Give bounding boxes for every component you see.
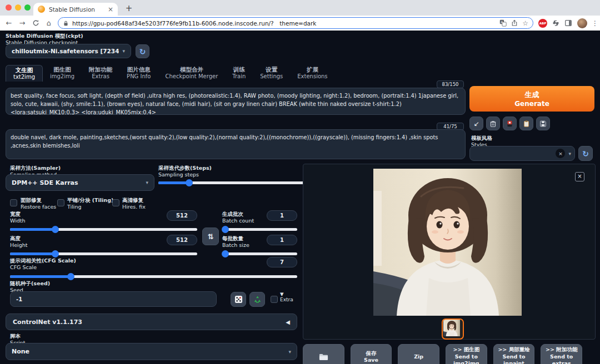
cfg-scale-value[interactable]: 7: [267, 257, 297, 267]
translate-icon[interactable]: A: [499, 19, 507, 27]
extra-networks-button[interactable]: [503, 117, 517, 130]
save-style-button[interactable]: [536, 117, 550, 130]
send-to-extras-button[interactable]: >> 附加功能Send to extras: [541, 344, 582, 364]
tab-settings[interactable]: 设置Settings: [253, 65, 290, 82]
close-preview-button[interactable]: ×: [575, 172, 584, 181]
clear-prompt-button[interactable]: [486, 117, 500, 130]
slider-handle[interactable]: [222, 250, 229, 257]
back-icon[interactable]: ←: [2, 19, 16, 27]
card-icon: [506, 120, 513, 128]
save-button[interactable]: 保存Save: [351, 344, 392, 364]
reuse-seed-button[interactable]: [249, 292, 265, 307]
seed-extra-checkbox[interactable]: [271, 296, 278, 303]
tab-img2img[interactable]: 图生图img2img: [43, 65, 82, 82]
browser-toolbar: ← → ⌂ https://gpu-pod648af34e5203f776fe9…: [0, 16, 600, 31]
restore-faces-checkbox[interactable]: [10, 199, 17, 206]
gallery-thumbnail[interactable]: [442, 318, 464, 340]
macos-fullscreen-button[interactable]: [24, 4, 31, 11]
slider-handle[interactable]: [186, 179, 193, 186]
tab-train[interactable]: 训练Train: [225, 65, 253, 82]
batch-count-slider[interactable]: [222, 226, 297, 233]
prompt-textarea[interactable]: best quality, face focus, soft light, (d…: [6, 88, 466, 115]
refresh-icon: ↻: [139, 48, 146, 55]
slider-handle[interactable]: [67, 273, 74, 280]
hires-fix-checkbox[interactable]: [112, 199, 119, 206]
tab-strip: Stable Diffusion × +: [0, 0, 600, 16]
seed-input[interactable]: [10, 291, 217, 307]
gradio-favicon: [38, 6, 45, 13]
tab-close-icon[interactable]: ×: [108, 6, 113, 13]
checkpoint-refresh-button[interactable]: ↻: [136, 44, 149, 58]
browser-menu-icon[interactable]: ⋮: [592, 19, 598, 27]
tiling-checkbox[interactable]: [57, 199, 64, 206]
tab-png-info[interactable]: 图片信息PNG Info: [119, 65, 158, 82]
extensions-puzzle-icon[interactable]: [552, 19, 559, 27]
bookmark-star-icon[interactable]: ☆: [522, 19, 528, 27]
output-actions: 保存Save Zip >> 图生图Send to img2img >> 局部重绘…: [303, 344, 582, 364]
random-seed-button[interactable]: [231, 292, 246, 307]
address-bar[interactable]: https://gpu-pod648af34e5203f776fe9fb11b-…: [58, 17, 533, 29]
accordion-arrow-icon: ◀: [286, 319, 290, 325]
reload-icon[interactable]: [29, 19, 42, 27]
slider-handle[interactable]: [52, 250, 59, 257]
tab-txt2img[interactable]: 文生图txt2img: [6, 65, 43, 82]
lock-icon: [63, 20, 69, 27]
output-gallery: ×: [303, 164, 596, 340]
send-to-inpaint-button[interactable]: >> 局部重绘Send to inpaint: [493, 344, 535, 364]
side-panel-icon[interactable]: [564, 19, 572, 27]
generated-image[interactable]: [373, 169, 522, 316]
width-label: 宽度Width: [10, 211, 26, 225]
new-tab-button[interactable]: +: [123, 3, 134, 13]
negative-prompt-textarea[interactable]: double navel, dark mole, painting,sketch…: [6, 129, 466, 159]
tab-extensions[interactable]: 扩展Extensions: [290, 65, 334, 82]
controlnet-title: ControlNet v1.1.173: [13, 318, 286, 326]
apply-style-button[interactable]: [519, 117, 533, 130]
open-folder-button[interactable]: [303, 344, 344, 364]
styles-dropdown[interactable]: × ▾: [469, 146, 575, 161]
swap-dimensions-button[interactable]: ⇅: [202, 228, 219, 245]
url-text[interactable]: https://gpu-pod648af34e5203f776fe9fb11b-…: [72, 20, 495, 27]
script-dropdown[interactable]: None ▾: [6, 343, 297, 360]
width-value[interactable]: 512: [167, 210, 197, 221]
chevron-down-icon: ▾: [288, 349, 291, 355]
checkpoint-dropdown[interactable]: chilloutmix-Ni.safetensors [7234b76e42] …: [6, 44, 131, 58]
slider-handle[interactable]: [52, 226, 59, 233]
controlnet-accordion[interactable]: ControlNet v1.1.173 ◀: [6, 314, 297, 330]
prompt-token-counter: 83/150: [437, 80, 464, 88]
send-to-img2img-button[interactable]: >> 图生图Send to img2img: [446, 344, 487, 364]
slider-handle[interactable]: [222, 226, 229, 233]
share-icon[interactable]: [511, 19, 518, 27]
macos-close-button[interactable]: [6, 4, 12, 11]
browser-chrome: Stable Diffusion × + ← → ⌂ https://gpu-p…: [0, 0, 600, 31]
chevron-down-icon: ▾: [122, 48, 125, 54]
caret-down-icon: ▼: [280, 291, 293, 297]
home-icon[interactable]: ⌂: [42, 19, 56, 27]
trash-icon: [489, 120, 497, 128]
tiling-label: 平铺/分块 (Tiling)Tiling: [67, 197, 113, 211]
tab-checkpoint-merger[interactable]: 模型合并Checkpoint Merger: [158, 65, 225, 82]
clipboard-icon: [523, 120, 530, 128]
height-slider[interactable]: [10, 250, 197, 257]
forward-icon[interactable]: →: [16, 19, 29, 27]
width-slider[interactable]: [10, 226, 197, 233]
restore-faces-label: 面部修复Restore faces: [21, 197, 56, 211]
clear-styles-icon[interactable]: ×: [556, 149, 565, 158]
adblock-extension-icon[interactable]: ABP: [538, 19, 547, 28]
browser-tab[interactable]: Stable Diffusion ×: [33, 3, 118, 16]
generate-button[interactable]: 生成Generate: [469, 86, 594, 112]
styles-refresh-button[interactable]: ↻: [578, 146, 593, 161]
macos-minimize-button[interactable]: [15, 4, 21, 11]
profile-avatar[interactable]: [577, 18, 587, 28]
batch-count-value[interactable]: 1: [267, 210, 297, 221]
height-value[interactable]: 512: [167, 235, 197, 245]
paste-params-button[interactable]: ↙: [469, 117, 483, 130]
batch-size-value[interactable]: 1: [267, 235, 297, 245]
swap-icon: ⇅: [208, 232, 214, 241]
tab-extras[interactable]: 附加功能Extras: [82, 65, 119, 82]
cfg-scale-slider[interactable]: [10, 273, 297, 280]
batch-count-label: 生成批次Batch count: [222, 211, 254, 225]
batch-size-label: 每批数量Batch size: [222, 235, 249, 249]
zip-button[interactable]: Zip: [398, 344, 439, 364]
sampler-dropdown[interactable]: DPM++ SDE Karras ▾: [6, 174, 154, 191]
folder-icon: [319, 353, 328, 361]
